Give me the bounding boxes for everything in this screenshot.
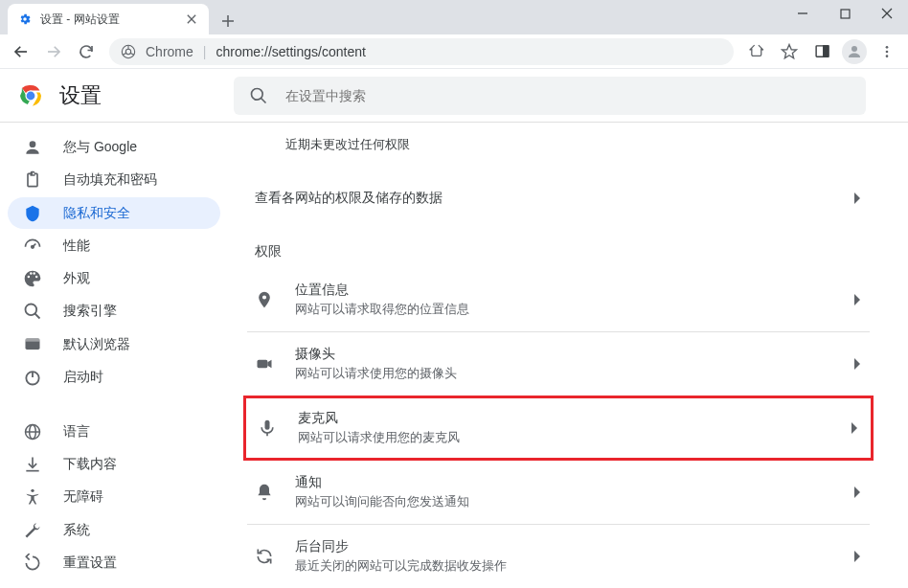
permission-camera[interactable]: 摄像头 网站可以请求使用您的摄像头 (247, 331, 870, 396)
svg-point-19 (851, 46, 857, 52)
sidebar-item-system[interactable]: 系统 (8, 514, 220, 545)
sidebar-item-label: 隐私和安全 (63, 205, 130, 222)
sidebar-item-privacy[interactable]: 隐私和安全 (8, 197, 220, 228)
permission-location[interactable]: 位置信息 网站可以请求取得您的位置信息 (247, 268, 870, 331)
permission-background-sync[interactable]: 后台同步 最近关闭的网站可以完成数据收发操作 (247, 524, 870, 588)
view-all-label: 查看各网站的权限及储存的数据 (255, 190, 443, 207)
sidebar-item-languages[interactable]: 语言 (8, 417, 220, 447)
sidebar-item-search-engine[interactable]: 搜索引擎 (8, 296, 220, 327)
perm-title: 位置信息 (295, 282, 469, 299)
sidebar-divider (8, 404, 220, 405)
back-button[interactable] (6, 36, 36, 67)
sidebar-item-accessibility[interactable]: 无障碍 (8, 482, 220, 512)
sidebar-item-performance[interactable]: 性能 (8, 231, 220, 261)
page-title: 设置 (59, 81, 102, 110)
svg-line-27 (261, 98, 266, 102)
sidebar-item-label: 默认浏览器 (63, 336, 130, 353)
download-icon (23, 455, 42, 474)
permission-notifications[interactable]: 通知 网站可以询问能否向您发送通知 (247, 461, 870, 524)
sidebar-item-autofill[interactable]: 自动填充和密码 (8, 165, 220, 195)
tab-strip: 设置 - 网站设置 (0, 0, 908, 34)
sidebar-item-label: 搜索引擎 (63, 303, 117, 320)
tab-title: 设置 - 网站设置 (40, 11, 176, 28)
globe-icon (23, 422, 42, 441)
svg-point-11 (125, 49, 130, 54)
sidebar-item-label: 外观 (63, 270, 90, 287)
chrome-logo-icon (19, 84, 42, 107)
svg-point-26 (252, 88, 263, 100)
svg-point-42 (31, 489, 34, 492)
bell-icon (255, 483, 274, 502)
svg-marker-15 (783, 44, 797, 57)
palette-icon (23, 269, 42, 288)
profile-avatar[interactable] (839, 36, 870, 67)
sidebar-item-downloads[interactable]: 下载内容 (8, 449, 220, 480)
svg-line-14 (130, 53, 134, 55)
settings-search[interactable] (234, 77, 866, 115)
chevron-right-icon (854, 358, 862, 370)
window-minimize[interactable] (782, 0, 824, 27)
svg-rect-1 (841, 10, 850, 18)
svg-marker-43 (854, 192, 860, 204)
svg-point-21 (886, 50, 889, 53)
perm-title: 麦克风 (298, 410, 460, 427)
svg-point-22 (886, 55, 889, 57)
sidebar-item-you-and-google[interactable]: 您与 Google (8, 132, 220, 163)
window-close[interactable] (866, 0, 908, 27)
sidebar-item-reset[interactable]: 重置设置 (8, 548, 220, 578)
view-all-site-data[interactable]: 查看各网站的权限及储存的数据 (247, 176, 870, 220)
sidebar-item-default-browser[interactable]: 默认浏览器 (8, 328, 220, 359)
settings-header: 设置 (0, 69, 908, 123)
new-tab-button[interactable] (215, 8, 241, 34)
sidebar-item-label: 您与 Google (63, 139, 137, 156)
permission-microphone[interactable]: 麦克风 网站可以请求使用您的麦克风 (246, 398, 871, 458)
forward-button[interactable] (38, 36, 69, 67)
search-input[interactable] (285, 88, 851, 103)
perm-sub: 网站可以请求取得您的位置信息 (295, 301, 469, 318)
side-panel-icon[interactable] (806, 36, 837, 67)
omnibox[interactable]: Chrome | chrome://settings/content (109, 38, 734, 65)
accessibility-icon (23, 487, 42, 507)
active-tab[interactable]: 设置 - 网站设置 (8, 4, 209, 34)
window-controls (782, 0, 908, 27)
chevron-right-icon (854, 192, 862, 204)
browser-icon (23, 335, 42, 354)
share-icon[interactable] (741, 36, 772, 67)
sidebar-item-appearance[interactable]: 外观 (8, 263, 220, 294)
svg-marker-50 (851, 422, 857, 434)
perm-sub: 网站可以请求使用您的摄像头 (295, 365, 457, 382)
perm-title: 通知 (295, 474, 469, 491)
gear-icon (17, 11, 33, 27)
reset-icon (23, 554, 42, 573)
perm-sub: 网站可以询问能否向您发送通知 (295, 493, 469, 510)
power-icon (23, 368, 42, 387)
sidebar-item-label: 性能 (63, 237, 90, 255)
sidebar-item-label: 启动时 (63, 369, 103, 386)
chevron-right-icon (854, 551, 862, 562)
svg-marker-51 (854, 486, 860, 498)
svg-line-13 (123, 53, 126, 55)
sidebar-item-label: 重置设置 (63, 554, 117, 572)
permissions-section-label: 权限 (247, 220, 870, 268)
reload-button[interactable] (71, 36, 102, 67)
svg-marker-47 (854, 358, 860, 370)
camera-icon (255, 354, 274, 373)
svg-marker-52 (854, 551, 860, 562)
shield-icon (23, 204, 42, 223)
chevron-right-icon (854, 486, 862, 498)
sidebar-item-on-startup[interactable]: 启动时 (8, 362, 220, 393)
toolbar: Chrome | chrome://settings/content (0, 34, 908, 69)
svg-rect-34 (26, 338, 40, 341)
search-icon (23, 302, 42, 321)
menu-icon[interactable] (872, 36, 902, 67)
svg-marker-46 (267, 360, 271, 368)
svg-rect-48 (265, 420, 270, 430)
close-icon[interactable] (184, 11, 199, 27)
svg-point-31 (26, 305, 37, 316)
wrench-icon (23, 521, 42, 540)
sidebar-item-label: 下载内容 (63, 456, 117, 473)
perm-title: 后台同步 (295, 538, 507, 555)
window-maximize[interactable] (824, 0, 866, 27)
star-icon[interactable] (774, 36, 805, 67)
chevron-right-icon (851, 422, 859, 434)
